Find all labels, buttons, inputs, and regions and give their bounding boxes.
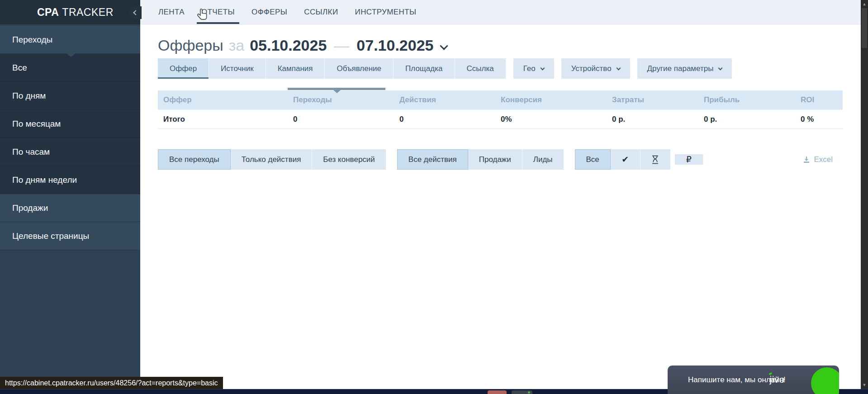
table-header-row: Оффер Переходы Действия Конверсия Затрат…	[158, 90, 843, 109]
traffic-filter-group: Все переходы Только действия Без конверс…	[158, 149, 386, 170]
ruble-icon: ₽	[686, 154, 692, 165]
sidebar-menu: Переходы Все По дням По месяцам По часам…	[0, 26, 140, 250]
check-icon: ✔	[621, 154, 629, 165]
jivo-logo: jivo	[769, 374, 785, 385]
totals-profit: 0 р.	[698, 115, 795, 124]
sidebar-item-prodazhi[interactable]: Продажи	[0, 194, 140, 222]
page-title: Офферы	[158, 37, 223, 54]
scrollbar-down-arrow[interactable]: ▼	[861, 383, 868, 387]
main-content: Офферы за 05.10.2025 — 07.10.2025 Оффер …	[140, 24, 868, 394]
nav-tab-instrumenty[interactable]: ИНСТРУМЕНТЫ	[353, 0, 419, 24]
sidebar-item-po-chasam[interactable]: По часам	[0, 138, 140, 166]
sidebar-item-perehody[interactable]: Переходы	[0, 26, 140, 54]
dim-tab-istochnik[interactable]: Источник	[209, 58, 266, 79]
nav-tab-ssylki[interactable]: ССЫЛКИ	[302, 0, 340, 24]
download-icon	[803, 156, 810, 163]
filter-row: Все переходы Только действия Без конверс…	[158, 149, 843, 170]
filter-vse-deystviya[interactable]: Все действия	[397, 149, 468, 170]
col-header-pribyl[interactable]: Прибыль	[698, 95, 795, 104]
nav-tab-label: ОФФЕРЫ	[251, 8, 287, 17]
col-header-konversiya[interactable]: Конверсия	[495, 95, 607, 104]
col-header-offer[interactable]: Оффер	[158, 95, 288, 104]
dim-tab-label: Объявление	[337, 64, 381, 73]
sidebar-item-label: Целевые страницы	[12, 231, 89, 241]
nav-tab-label: ОТЧЕТЫ	[201, 8, 235, 17]
totals-conversion: 0%	[495, 115, 607, 124]
dim-tab-offer[interactable]: Оффер	[158, 58, 209, 79]
sidebar: CPA TRACKER Переходы Все По дням По меся…	[0, 0, 140, 394]
filter-label: Только действия	[242, 155, 301, 164]
dropdown-ustroystvo[interactable]: Устройство	[561, 58, 630, 79]
filter-tolko-deystviya[interactable]: Только действия	[231, 149, 313, 170]
cpa-tracker-app: CPA TRACKER Переходы Все По дням По меся…	[0, 0, 868, 394]
brand-bold: CPA	[37, 6, 59, 19]
filter-lidy[interactable]: Лиды	[522, 149, 564, 170]
date-from[interactable]: 05.10.2025	[250, 37, 327, 54]
dim-tab-obyavlenie[interactable]: Объявление	[325, 58, 394, 79]
filter-currency-ruble[interactable]: ₽	[675, 154, 703, 165]
sidebar-item-po-dnyam[interactable]: По дням	[0, 82, 140, 110]
dim-tab-ssylka[interactable]: Ссылка	[455, 58, 506, 79]
dim-tab-label: Кампания	[278, 64, 313, 73]
dim-tab-label: Площадка	[405, 64, 442, 73]
dim-tab-label: Ссылка	[467, 64, 494, 73]
filter-vse-perehody[interactable]: Все переходы	[158, 149, 231, 170]
table-row-totals: Итого 0 0 0% 0 р. 0 р. 0 %	[158, 109, 843, 129]
filter-status-vse[interactable]: Все	[575, 149, 611, 170]
report-table: Оффер Переходы Действия Конверсия Затрат…	[158, 90, 843, 129]
col-header-roi[interactable]: ROI	[795, 95, 843, 104]
totals-clicks: 0	[288, 115, 394, 124]
nav-tab-label: ИНСТРУМЕНТЫ	[355, 8, 417, 17]
taskbar-item-dark[interactable]	[512, 390, 532, 394]
nav-tab-lenta[interactable]: ЛЕНТА	[156, 0, 187, 24]
nav-tab-offery[interactable]: ОФФЕРЫ	[249, 0, 289, 24]
sidebar-collapse-button[interactable]	[129, 6, 142, 19]
sidebar-item-label: Переходы	[12, 35, 52, 45]
col-header-deystviya[interactable]: Действия	[394, 95, 495, 104]
filter-label: Лиды	[533, 155, 553, 164]
browser-scrollbar[interactable]: ▲ ▼	[861, 0, 868, 389]
dim-tab-ploshchadka[interactable]: Площадка	[394, 58, 455, 79]
filter-bez-konversiy[interactable]: Без конверсий	[312, 149, 385, 170]
scrollbar-thumb[interactable]	[862, 8, 867, 48]
filter-status-approved[interactable]: ✔	[611, 149, 640, 170]
nav-tab-otchety[interactable]: ОТЧЕТЫ	[199, 0, 237, 24]
nav-tab-label: ЛЕНТА	[158, 8, 185, 17]
sidebar-item-label: По дням недели	[12, 175, 77, 185]
chat-message: Напишите нам, мы онлайн!	[668, 375, 786, 385]
date-to[interactable]: 07.10.2025	[356, 37, 433, 54]
sidebar-item-po-mesyacam[interactable]: По месяцам	[0, 110, 140, 138]
actions-filter-group: Все действия Продажи Лиды	[397, 149, 564, 170]
dim-tab-kampaniya[interactable]: Кампания	[266, 58, 325, 79]
sidebar-item-vse[interactable]: Все	[0, 54, 140, 82]
scrollbar-up-arrow[interactable]: ▲	[861, 2, 868, 6]
col-header-zatraty[interactable]: Затраты	[607, 95, 698, 104]
filter-status-pending[interactable]	[640, 149, 670, 170]
filter-label: Продажи	[479, 155, 511, 164]
sidebar-item-label: По месяцам	[12, 119, 61, 129]
taskbar-item-red[interactable]	[488, 390, 507, 394]
filter-prodazhi[interactable]: Продажи	[468, 149, 522, 170]
col-header-perehody[interactable]: Переходы	[288, 95, 394, 104]
status-url: https://cabinet.cpatracker.ru/users/4825…	[5, 379, 218, 387]
dimension-tabs: Оффер Источник Кампания Объявление Площа…	[158, 58, 843, 79]
status-filter-group: Все ✔	[575, 149, 670, 170]
totals-costs: 0 р.	[607, 115, 698, 124]
app-logo[interactable]: CPA TRACKER	[0, 0, 140, 24]
dim-tab-label: Оффер	[170, 64, 197, 73]
chevron-down-icon	[540, 66, 545, 71]
dropdown-geo[interactable]: Гео	[513, 58, 554, 79]
chat-bubble-icon	[811, 367, 839, 394]
date-range-chevron-icon[interactable]	[440, 42, 448, 50]
title-preposition: за	[229, 37, 245, 54]
sidebar-item-po-dnyam-nedeli[interactable]: По дням недели	[0, 166, 140, 194]
chat-widget[interactable]: Напишите нам, мы онлайн! jivo	[668, 366, 839, 394]
totals-label: Итого	[158, 115, 288, 124]
date-range-dash: —	[334, 37, 349, 54]
filter-label: Без конверсий	[323, 155, 375, 164]
brand-rest: TRACKER	[62, 6, 113, 19]
export-excel-link[interactable]: Excel	[803, 155, 833, 164]
dropdown-drugie-parametry[interactable]: Другие параметры	[637, 58, 732, 79]
sort-indicator-perehody	[288, 88, 385, 90]
sidebar-item-celevye-stranicy[interactable]: Целевые страницы	[0, 222, 140, 250]
